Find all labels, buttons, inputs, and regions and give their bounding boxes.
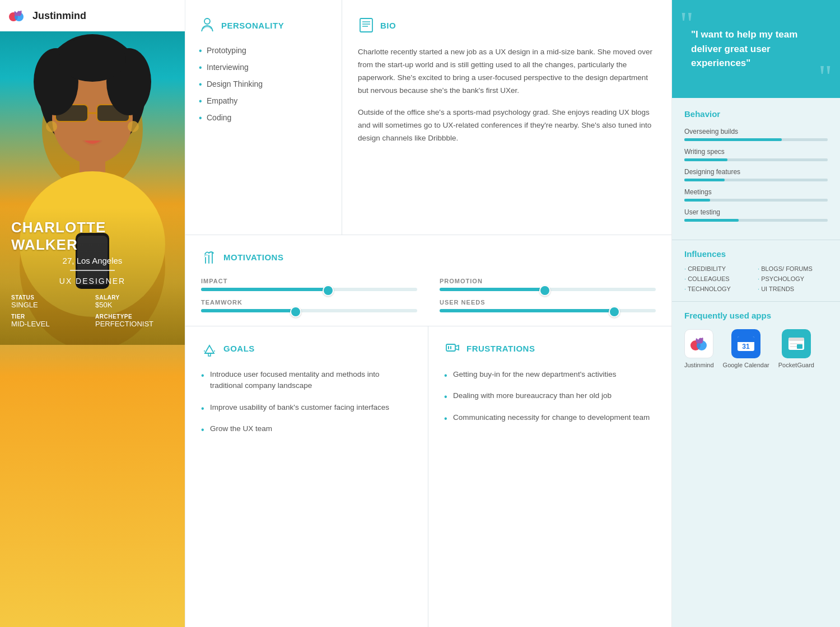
frustration-item-0: Getting buy-in for the new department's … xyxy=(444,369,656,380)
behavior-designing-features-fill xyxy=(684,179,725,181)
svg-rect-32 xyxy=(738,341,754,342)
motivation-impact-fill xyxy=(201,288,331,291)
personality-item-0: Prototyping xyxy=(199,46,328,55)
svg-text:31: 31 xyxy=(742,343,750,350)
left-panel: Justinmind xyxy=(0,0,185,627)
stat-status-label: STATUS xyxy=(11,294,90,301)
person-divider xyxy=(70,270,115,271)
behavior-meetings: Meetings xyxy=(684,188,828,202)
behavior-writing-specs-label: Writing specs xyxy=(684,148,828,156)
bottom-section: Goals Introduce user focused mentality a… xyxy=(185,326,671,627)
app-icon-google-calendar: 31 xyxy=(731,329,760,358)
motivation-teamwork-fill xyxy=(201,309,298,312)
pocketguard-logo-icon xyxy=(786,333,807,354)
influence-5: UI TRENDS xyxy=(758,286,828,292)
motivation-promotion-label: PROMOTION xyxy=(440,278,656,284)
bio-para-0: Charlotte recently started a new job as … xyxy=(358,46,656,97)
personality-icon xyxy=(199,17,216,34)
behavior-section: Behavior Overseeing builds Writing specs… xyxy=(672,98,840,240)
person-photo: CHARLOTTE WALKER 27, Los Angeles UX DESI… xyxy=(0,31,185,345)
personality-header: PERSONALITY xyxy=(199,17,328,34)
behavior-user-testing: User testing xyxy=(684,208,828,222)
behavior-writing-specs-track xyxy=(684,158,828,161)
bio-icon xyxy=(358,17,375,34)
bio-title: BIO xyxy=(380,21,396,30)
app-pocketguard: PocketGuard xyxy=(778,329,814,368)
frustrations-list: Getting buy-in for the new department's … xyxy=(444,369,656,423)
svg-point-18 xyxy=(204,18,210,24)
svg-point-9 xyxy=(46,121,57,132)
person-name: CHARLOTTE WALKER xyxy=(11,219,174,254)
app-google-calendar: 31 Google Calendar xyxy=(723,329,769,368)
svg-rect-38 xyxy=(797,344,802,349)
motivation-user-needs: USER NEEDS xyxy=(440,299,656,312)
svg-rect-24 xyxy=(208,353,211,356)
personality-item-4: Coding xyxy=(199,113,328,122)
stat-archetype: ARCHETYPE PERFECTIONIST xyxy=(95,314,174,328)
personality-list: Prototyping Interviewing Design Thinking… xyxy=(199,46,328,122)
motivation-promotion: PROMOTION xyxy=(440,278,656,291)
right-panel: " "I want to help my team deliver great … xyxy=(672,0,840,627)
goal-item-0: Introduce user focused mentality and met… xyxy=(201,369,412,392)
bio-header: BIO xyxy=(358,17,656,34)
goal-item-1: Improve usability of bank's customer fac… xyxy=(201,402,412,413)
influences-grid: CREDIBILITY BLOGS/ FORUMS COLLEAGUES PSY… xyxy=(684,265,828,292)
frustrations-title: Frustrations xyxy=(466,344,535,353)
motivation-impact: IMPACT xyxy=(201,278,417,291)
person-stats: STATUS SINGLE SALARY $50K TIER MID-LEVEL… xyxy=(11,294,174,328)
goals-list: Introduce user focused mentality and met… xyxy=(201,369,412,434)
stat-status-value: SINGLE xyxy=(11,301,90,309)
logo-icon xyxy=(8,6,28,26)
motivation-promotion-track xyxy=(440,288,656,291)
stat-status: STATUS SINGLE xyxy=(11,294,90,309)
behavior-overseeing-track xyxy=(684,138,828,141)
behavior-overseeing: Overseeing builds xyxy=(684,128,828,141)
svg-point-17 xyxy=(59,37,126,82)
goals-title: Goals xyxy=(223,344,255,353)
behavior-overseeing-fill xyxy=(684,138,782,141)
motivation-teamwork: TEAMWORK xyxy=(201,299,417,312)
frustrations-icon xyxy=(444,340,461,357)
influence-0: CREDIBILITY xyxy=(684,265,754,272)
svg-rect-35 xyxy=(788,338,804,341)
motivations-header: Motivations xyxy=(201,249,656,265)
stat-salary-label: SALARY xyxy=(95,294,174,301)
behavior-designing-features-track xyxy=(684,179,828,181)
quote-section: " "I want to help my team deliver great … xyxy=(672,0,840,98)
apps-title: Frequently used apps xyxy=(684,311,828,320)
motivation-promotion-fill xyxy=(440,288,548,291)
goals-icon xyxy=(201,340,218,357)
svg-rect-19 xyxy=(360,18,372,32)
person-age-location: 27, Los Angeles xyxy=(11,256,174,265)
frustration-item-1: Dealing with more bureaucracy than her o… xyxy=(444,390,656,401)
stat-archetype-value: PERFECTIONIST xyxy=(95,320,174,328)
behavior-writing-specs: Writing specs xyxy=(684,148,828,161)
app-icon-pocketguard xyxy=(782,329,811,358)
logo-text: Justinmind xyxy=(32,10,86,22)
influences-title: Influences xyxy=(684,249,828,259)
app-icon-justinmind xyxy=(684,329,713,358)
bio-section: BIO Charlotte recently started a new job… xyxy=(342,0,671,235)
influence-1: BLOGS/ FORUMS xyxy=(758,265,828,272)
motivations-icon xyxy=(201,249,218,265)
behavior-designing-features-label: Designing features xyxy=(684,168,828,176)
person-info: CHARLOTTE WALKER 27, Los Angeles UX DESI… xyxy=(0,208,185,345)
apps-section: Frequently used apps Justinmind xyxy=(672,302,840,377)
behavior-meetings-fill xyxy=(684,199,710,202)
motivation-user-needs-fill xyxy=(440,309,617,312)
behavior-user-testing-track xyxy=(684,219,828,222)
app-justinmind: Justinmind xyxy=(684,329,714,368)
stat-salary-value: $50K xyxy=(95,301,174,309)
apps-grid: Justinmind 31 Google Calendar xyxy=(684,329,828,368)
behavior-title: Behavior xyxy=(684,109,828,119)
behavior-user-testing-fill xyxy=(684,219,739,222)
influence-2: COLLEAGUES xyxy=(684,275,754,282)
influence-4: TECHNOLOGY xyxy=(684,286,754,292)
personality-item-2: Design Thinking xyxy=(199,79,328,88)
person-role: UX DESIGNER xyxy=(11,277,174,286)
stat-tier-value: MID-LEVEL xyxy=(11,320,90,328)
app-pocketguard-label: PocketGuard xyxy=(778,362,814,368)
frustrations-section: Frustrations Getting buy-in for the new … xyxy=(428,326,671,627)
frustration-item-2: Communicating necessity for change to de… xyxy=(444,412,656,423)
google-calendar-logo-icon: 31 xyxy=(735,333,757,354)
